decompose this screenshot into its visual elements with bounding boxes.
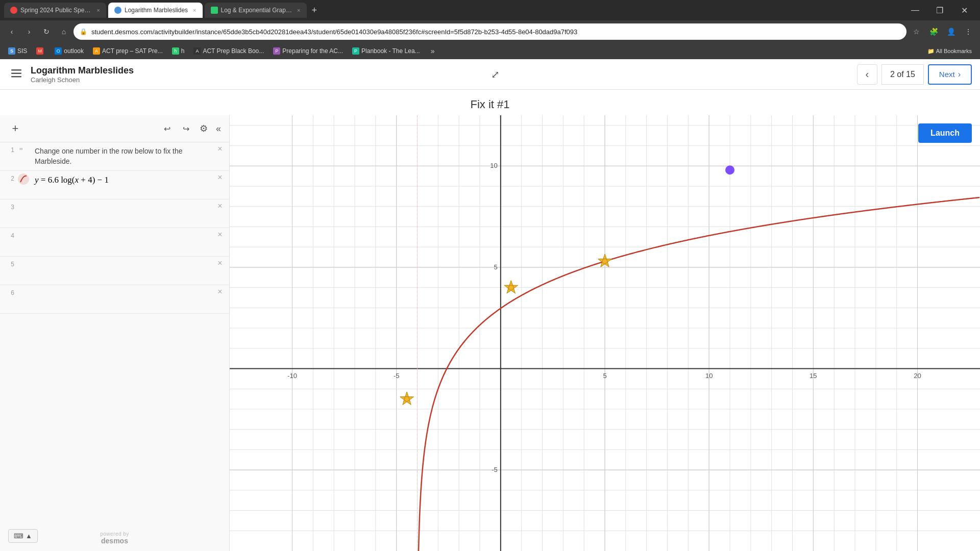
bookmark-h-label: h [181, 47, 185, 55]
tab-log-exponential[interactable]: Log & Exponential Graphs | De... × [205, 3, 307, 18]
chevron-right-icon: › [958, 70, 961, 79]
row-number-5: 5 [0, 257, 16, 268]
row-number-2: 2 [0, 171, 16, 182]
header-center: ⤢ [134, 65, 857, 84]
app-header: Logarithm Marbleslides Carleigh Schoen ⤢… [0, 59, 980, 90]
bookmark-h[interactable]: h h [168, 46, 189, 56]
row-number-3: 3 [0, 199, 16, 211]
header-left: Logarithm Marbleslides Carleigh Schoen [8, 65, 134, 84]
expression-row-2: 2 y = 6.6 log(x + 4) − 1 × [0, 171, 229, 199]
prev-slide-button[interactable]: ‹ [857, 64, 877, 85]
close-window-button[interactable]: ✕ [952, 0, 976, 20]
header-title-block: Logarithm Marbleslides Carleigh Schoen [31, 65, 134, 84]
tab-spring-close[interactable]: × [97, 7, 100, 13]
keyboard-icon: ⌨ [14, 532, 23, 540]
svg-point-4 [18, 173, 29, 185]
keyboard-button[interactable]: ⌨ ▲ [8, 529, 38, 543]
svg-rect-1 [11, 73, 21, 74]
settings-button[interactable]: ⚙ [198, 121, 210, 136]
header-right: ‹ 2 of 15 Next › [857, 64, 972, 85]
main-content: + ↩ ↪ ⚙ « 1 [0, 115, 980, 551]
bookmark-preparing-label: Preparing for the AC... [282, 47, 343, 55]
tab-spring-2024[interactable]: Spring 2024 Public Speaking (C... × [4, 3, 106, 18]
row-number-1: 1 [0, 142, 16, 154]
slide-title: Fix it #1 [0, 90, 980, 115]
undo-button[interactable]: ↩ [160, 122, 175, 136]
address-text: student.desmos.com/activitybuilder/insta… [91, 28, 900, 36]
close-row-3[interactable]: × [211, 199, 229, 213]
menu-button[interactable]: ⋮ [961, 24, 976, 39]
expression-row-6[interactable]: 6 × [0, 285, 229, 314]
bookmark-act-prep[interactable]: A ACT prep – SAT Pre... [89, 46, 167, 56]
expression-row-4[interactable]: 4 × [0, 228, 229, 257]
more-bookmarks-button[interactable]: » [425, 43, 440, 59]
row-1-content: Change one number in the row below to fi… [31, 142, 211, 170]
redo-button[interactable]: ↪ [179, 122, 193, 136]
expression-row-5[interactable]: 5 × [0, 257, 229, 285]
app-title: Logarithm Marbleslides [31, 65, 134, 76]
graph-area: Launch [230, 115, 980, 551]
bookmark-act-black-label: ACT Prep Black Boo... [203, 47, 264, 55]
address-bar[interactable]: 🔒 student.desmos.com/activitybuilder/ins… [74, 23, 906, 40]
page-indicator: 2 of 15 [881, 64, 924, 85]
svg-rect-2 [11, 76, 21, 78]
expand-button[interactable]: ⤢ [488, 65, 503, 84]
bookmark-act-black[interactable]: A ACT Prep Black Boo... [189, 46, 268, 56]
chevron-left-icon: ‹ [866, 68, 869, 80]
home-button[interactable]: ⌂ [56, 24, 71, 39]
bookmarks-bar: S SIS M O outlook A ACT prep – SAT Pre..… [0, 43, 980, 59]
new-tab-button[interactable]: + [309, 5, 321, 16]
bookmark-all-bookmarks[interactable]: 📁 All Bookmarks [923, 47, 976, 56]
left-panel: + ↩ ↪ ⚙ « 1 [0, 115, 230, 551]
bookmark-gmail[interactable]: M [32, 46, 50, 56]
star-button[interactable]: ☆ [909, 24, 924, 39]
tab-log-exp-close[interactable]: × [297, 7, 300, 13]
forward-button[interactable]: › [21, 24, 37, 39]
launch-button[interactable]: Launch [918, 123, 972, 143]
profile-button[interactable]: 👤 [943, 24, 959, 39]
app-subtitle: Carleigh Schoen [31, 76, 134, 84]
close-row-5[interactable]: × [211, 257, 229, 270]
bookmark-act-prep-label: ACT prep – SAT Pre... [102, 47, 163, 55]
keyboard-shortcuts-area: ⌨ ▲ [8, 529, 38, 543]
maximize-button[interactable]: ❐ [928, 0, 951, 20]
keyboard-expand-icon: ▲ [26, 532, 32, 540]
row-2-content[interactable]: y = 6.6 log(x + 4) − 1 [31, 171, 211, 189]
graph-canvas [230, 115, 980, 551]
tab-logarithm-close[interactable]: × [193, 7, 196, 13]
hamburger-menu-button[interactable] [8, 66, 24, 82]
close-row-1[interactable]: × [211, 142, 229, 156]
bookmark-outlook[interactable]: O outlook [51, 46, 88, 56]
nav-bar: ‹ › ↻ ⌂ 🔒 student.desmos.com/activitybui… [0, 20, 980, 43]
close-row-2[interactable]: × [211, 171, 229, 184]
collapse-panel-button[interactable]: « [214, 121, 223, 136]
bookmark-outlook-label: outlook [64, 47, 84, 55]
row-number-6: 6 [0, 285, 16, 296]
app-container: Logarithm Marbleslides Carleigh Schoen ⤢… [0, 59, 980, 551]
tab-log-exp-label: Log & Exponential Graphs | De... [221, 7, 292, 14]
close-row-4[interactable]: × [211, 228, 229, 241]
redo-icon: ↪ [183, 124, 189, 133]
back-button[interactable]: ‹ [4, 24, 19, 39]
expression-row-3[interactable]: 3 × [0, 199, 229, 228]
extensions-button[interactable]: 🧩 [926, 24, 941, 39]
tab-logarithm[interactable]: Logarithm Marbleslides × [108, 3, 203, 18]
tab-bar: Spring 2024 Public Speaking (C... × Loga… [0, 0, 980, 20]
bookmark-planbook-label: Planbook - The Lea... [361, 47, 420, 55]
bookmark-preparing[interactable]: P Preparing for the AC... [269, 46, 347, 56]
undo-icon: ↩ [164, 124, 170, 133]
desmos-expression-icon [17, 173, 30, 185]
minimize-button[interactable]: — [903, 0, 927, 20]
quote-icon: " [18, 146, 29, 157]
add-expression-button[interactable]: + [6, 119, 24, 138]
row-5-content [16, 257, 211, 265]
bookmark-sis[interactable]: S SIS [4, 46, 31, 56]
note-text-1: Change one number in the row below to fi… [35, 146, 207, 166]
panel-toolbar: + ↩ ↪ ⚙ « [0, 115, 229, 142]
next-slide-button[interactable]: Next › [928, 64, 972, 85]
reload-button[interactable]: ↻ [39, 24, 54, 39]
bookmark-planbook[interactable]: P Planbook - The Lea... [348, 46, 424, 56]
row-3-content [16, 199, 211, 208]
close-row-6[interactable]: × [211, 285, 229, 298]
hamburger-icon [11, 69, 21, 78]
